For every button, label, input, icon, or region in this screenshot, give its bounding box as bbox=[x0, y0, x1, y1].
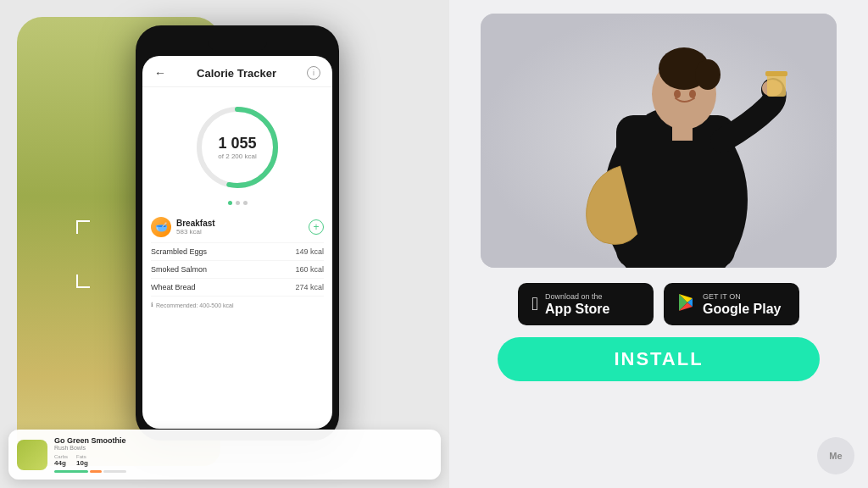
remaining-bar bbox=[103, 470, 126, 473]
food-item-1: Scrambled Eggs 149 kcal bbox=[151, 243, 324, 261]
product-details: Go Green Smoothie Rush Bowls Carbs 44g F… bbox=[54, 436, 126, 473]
product-brand: Rush Bowls bbox=[54, 445, 126, 451]
back-arrow-icon[interactable]: ← bbox=[154, 66, 166, 80]
phone-screen: ← Calorie Tracker i 1 055 of 2 200 kcal bbox=[142, 56, 332, 429]
product-thumbnail bbox=[17, 440, 47, 470]
add-food-button[interactable]: + bbox=[309, 219, 324, 235]
google-play-line1: GET IT ON bbox=[703, 292, 781, 302]
left-section: ← Calorie Tracker i 1 055 of 2 200 kcal bbox=[0, 0, 449, 488]
info-small-icon: ℹ bbox=[151, 302, 153, 308]
app-store-line2: App Store bbox=[545, 302, 609, 317]
store-buttons:  Download on the App Store GET IT ON Go… bbox=[518, 283, 799, 325]
breakfast-info: Breakfast 583 kcal bbox=[176, 219, 215, 236]
dot-1 bbox=[228, 201, 232, 205]
google-play-icon bbox=[677, 293, 696, 316]
breakfast-icon: 🥣 bbox=[151, 217, 171, 237]
breakfast-left: 🥣 Breakfast 583 kcal bbox=[151, 217, 215, 237]
install-label: INSTALL bbox=[614, 348, 703, 370]
app-store-line1: Download on the bbox=[545, 292, 609, 302]
product-card[interactable]: Go Green Smoothie Rush Bowls Carbs 44g F… bbox=[8, 430, 441, 480]
google-play-line2: Google Play bbox=[703, 302, 781, 317]
product-info: Go Green Smoothie Rush Bowls bbox=[54, 436, 126, 451]
me-button[interactable]: Me bbox=[817, 437, 854, 474]
recommended-note: ℹ Recommended: 400-500 kcal bbox=[142, 297, 332, 313]
svg-rect-8 bbox=[672, 124, 693, 141]
macro-fats: Fats 10g bbox=[76, 454, 88, 467]
calorie-sub: of 2 200 kcal bbox=[218, 152, 256, 159]
product-name: Go Green Smoothie bbox=[54, 436, 126, 445]
food-item-name-1: Scrambled Eggs bbox=[151, 247, 207, 256]
svg-point-13 bbox=[689, 90, 696, 98]
food-item-kcal-3: 274 kcal bbox=[295, 283, 324, 291]
macro-carbs: Carbs 44g bbox=[54, 454, 68, 467]
breakfast-header: 🥣 Breakfast 583 kcal + bbox=[151, 212, 324, 243]
calorie-circle: 1 055 of 2 200 kcal bbox=[191, 101, 284, 194]
google-play-button[interactable]: GET IT ON Google Play bbox=[664, 283, 799, 325]
svg-rect-11 bbox=[765, 71, 787, 76]
macro-progress-bars bbox=[54, 470, 126, 473]
carbs-bar bbox=[54, 470, 88, 473]
right-section:  Download on the App Store GET IT ON Go… bbox=[449, 0, 868, 488]
food-item-3: Wheat Bread 274 kcal bbox=[151, 279, 324, 297]
google-play-text: GET IT ON Google Play bbox=[703, 292, 781, 316]
svg-point-12 bbox=[674, 90, 681, 98]
svg-rect-10 bbox=[767, 73, 786, 97]
person-illustration bbox=[481, 14, 837, 268]
breakfast-name: Breakfast bbox=[176, 219, 215, 228]
fats-value: 10g bbox=[76, 459, 88, 467]
me-label: Me bbox=[829, 451, 842, 461]
app-header: ← Calorie Tracker i bbox=[142, 56, 332, 87]
apple-icon:  bbox=[531, 293, 538, 315]
breakfast-kcal: 583 kcal bbox=[176, 228, 215, 236]
dot-3 bbox=[243, 201, 248, 205]
svg-point-7 bbox=[695, 59, 721, 90]
app-store-button[interactable]:  Download on the App Store bbox=[518, 283, 654, 325]
food-section: 🥣 Breakfast 583 kcal + Scrambled Eggs 14… bbox=[142, 212, 332, 297]
person-photo bbox=[481, 14, 837, 268]
food-item-2: Smoked Salmon 160 kcal bbox=[151, 261, 324, 279]
fats-bar bbox=[90, 470, 101, 473]
food-item-name-3: Wheat Bread bbox=[151, 283, 196, 291]
calorie-circle-container: 1 055 of 2 200 kcal bbox=[142, 87, 332, 212]
install-button[interactable]: INSTALL bbox=[498, 337, 820, 381]
info-icon[interactable]: i bbox=[307, 66, 320, 80]
food-item-kcal-1: 149 kcal bbox=[295, 247, 324, 256]
dot-indicators bbox=[228, 201, 248, 205]
product-macros: Carbs 44g Fats 10g bbox=[54, 454, 126, 467]
corner-tl bbox=[76, 220, 90, 234]
app-store-text: Download on the App Store bbox=[545, 292, 609, 316]
recommended-text: Recommended: 400-500 kcal bbox=[156, 302, 233, 308]
phone-notch bbox=[208, 36, 267, 51]
app-title: Calorie Tracker bbox=[197, 67, 276, 80]
phone-frame: ← Calorie Tracker i 1 055 of 2 200 kcal bbox=[136, 25, 339, 441]
food-item-name-2: Smoked Salmon bbox=[151, 265, 207, 274]
calorie-number: 1 055 bbox=[218, 136, 256, 152]
food-item-kcal-2: 160 kcal bbox=[295, 265, 324, 274]
dot-2 bbox=[236, 201, 240, 205]
corner-bl bbox=[76, 274, 90, 288]
circle-text: 1 055 of 2 200 kcal bbox=[218, 136, 256, 160]
carbs-value: 44g bbox=[54, 459, 68, 467]
